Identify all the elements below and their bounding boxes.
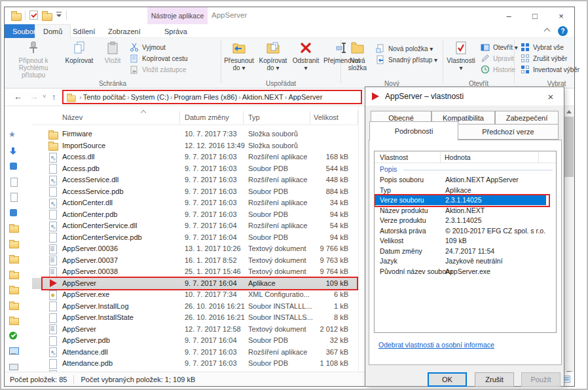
file-row[interactable]: AppServer.0003613. 1. 2017 10:26Textový … <box>32 243 357 255</box>
property-row[interactable]: Velikost109 kB <box>375 236 556 246</box>
copy-path-button[interactable]: Kopírovat cestu <box>129 53 187 64</box>
breadcrumb-item[interactable]: Aktion.NEXT <box>242 93 284 101</box>
doc-icon[interactable] <box>9 178 19 187</box>
copy-to-button[interactable]: Kopírovat do ▾ <box>257 40 289 71</box>
scroll-up-icon[interactable] <box>566 110 572 113</box>
file-row[interactable]: ActionCenter.dll9. 7. 2017 16:03Rozšířen… <box>32 197 357 209</box>
forward-icon[interactable]: → <box>29 92 38 102</box>
cut-button[interactable]: Vyjmout <box>129 42 187 52</box>
help-icon[interactable]: ? <box>558 26 568 36</box>
file-row[interactable]: AccessService.pdb9. 7. 2017 16:03Soubor … <box>32 186 357 198</box>
property-row[interactable]: Název produktuAktion.NEXT <box>375 206 556 216</box>
star-icon[interactable] <box>9 131 19 140</box>
maximize-button[interactable]: □ <box>522 7 548 24</box>
device-icon[interactable] <box>9 162 19 171</box>
delete-button[interactable]: Odstranit ▾ <box>291 40 321 71</box>
new-item-button[interactable]: Nová položka ▾ <box>375 43 437 54</box>
column-header-date[interactable]: Datum změny <box>185 113 229 121</box>
file-row[interactable]: AppServer9. 7. 2017 16:04Aplikace109 kB <box>32 278 357 290</box>
breadcrumb-item[interactable]: System (C:) <box>131 93 169 101</box>
select-all-button[interactable]: Vybrat vše <box>520 42 579 52</box>
back-icon[interactable]: ← <box>14 92 22 102</box>
file-row[interactable]: AppServer12. 7. 2017 12:58Textový dokume… <box>32 324 357 336</box>
apply-button[interactable]: Použít <box>521 372 560 387</box>
tab-share[interactable]: Sdílení <box>65 24 103 38</box>
property-row[interactable]: Verze souboru2.3.1.14025 <box>375 195 556 206</box>
breadcrumb-item[interactable]: Tento počítač <box>83 93 126 101</box>
paste-shortcut-button[interactable]: Vložit zástupce <box>129 64 187 75</box>
file-row[interactable]: ActionCenterService.pdb9. 7. 2017 16:04S… <box>32 232 357 244</box>
file-row[interactable]: Access.dll9. 7. 2017 16:03Rozšíření apli… <box>32 151 357 163</box>
column-header-name[interactable]: Název <box>62 113 83 121</box>
arrow-icon[interactable] <box>9 147 19 156</box>
column-value[interactable]: Hodnota <box>445 153 471 161</box>
file-row[interactable]: AppServer.0003825. 1. 2017 15:46Textový … <box>32 266 357 278</box>
tab-security[interactable]: Zabezpečení <box>495 111 559 125</box>
monitor-icon[interactable] <box>9 347 19 356</box>
column-property[interactable]: Vlastnost <box>380 153 408 161</box>
close-button[interactable]: × <box>548 7 574 24</box>
recent-locations-icon[interactable]: ˅ <box>43 93 46 100</box>
history-button[interactable]: Historie <box>480 64 518 75</box>
tab-details[interactable]: Podrobnosti <box>369 121 458 140</box>
column-header-type[interactable]: Typ <box>248 113 260 121</box>
properties-check-icon[interactable] <box>29 10 38 20</box>
folder-icon[interactable] <box>9 316 19 325</box>
property-row[interactable]: Autorská práva© 2010-2017 EFG CZ spol. s… <box>375 226 556 237</box>
doc-icon[interactable] <box>9 193 19 202</box>
file-row[interactable]: Attendance.pdb9. 7. 2017 16:03Soubor PDB… <box>32 358 357 370</box>
folder-icon[interactable] <box>42 11 52 20</box>
dialog-close-icon[interactable]: × <box>538 87 564 106</box>
tab-previous-versions[interactable]: Předchozí verze <box>458 124 559 140</box>
file-row[interactable]: AppServer.InstallState26. 10. 2016 16:21… <box>32 312 357 324</box>
edit-button[interactable]: Upravit <box>480 53 518 64</box>
file-row[interactable]: Access.pdb9. 7. 2017 16:03Soubor PDB544 … <box>32 163 357 175</box>
column-header-size[interactable]: Velikost <box>314 113 339 121</box>
folder-icon[interactable] <box>9 254 19 263</box>
minimize-button[interactable]: – <box>496 7 522 24</box>
paste-button[interactable]: Vložit <box>99 40 126 64</box>
file-row[interactable]: AppServer.0003716. 1. 2017 8:52Textový d… <box>32 255 357 267</box>
property-row[interactable]: JazykJazykově neutrální <box>375 256 556 267</box>
open-button[interactable]: Otevřít ▾ <box>480 42 518 52</box>
file-row[interactable]: ActionCenter.pdb9. 7. 2017 16:03Soubor P… <box>32 209 357 221</box>
ok-button[interactable]: OK <box>428 372 467 387</box>
new-folder-button[interactable]: Nová složka <box>342 40 373 71</box>
folder-icon[interactable] <box>9 285 19 294</box>
collapse-ribbon-icon[interactable] <box>544 27 551 33</box>
file-row[interactable]: AccessService.dll9. 7. 2017 16:03Rozšíře… <box>32 174 357 186</box>
remove-properties-link[interactable]: Odebrat vlastnosti a osobní informace <box>378 341 494 349</box>
breadcrumb-item[interactable]: AppServer <box>288 93 322 101</box>
tab-manage[interactable]: Správa <box>156 24 195 38</box>
invert-selection-button[interactable]: Invertovat výběr <box>520 64 579 75</box>
file-row[interactable]: ActionCenterService.dll9. 7. 2017 16:04R… <box>32 220 357 232</box>
file-row[interactable]: Firmware10. 7. 2017 7:33Složka souborů <box>32 128 357 140</box>
breadcrumb-item[interactable]: Program Files (x86) <box>174 93 238 101</box>
folder-icon[interactable] <box>11 11 21 20</box>
file-row[interactable]: AppServer.InstallLog26. 10. 2016 16:21So… <box>32 301 357 313</box>
property-row[interactable]: Datum změny24.7.2017 11:54 <box>375 246 556 257</box>
folder-icon[interactable] <box>9 239 19 248</box>
tab-view[interactable]: Zobrazení <box>100 24 149 38</box>
property-row[interactable]: Verze produktu2.3.1.14025 <box>375 216 556 226</box>
pin-quick-access-button[interactable]: Připnout k Rychlému přístupu <box>7 40 60 79</box>
file-row[interactable]: Attendance.dll9. 7. 2017 16:03Rozšíření … <box>32 347 357 359</box>
file-row[interactable]: AppServer.exe10. 7. 2017 7:34XML Configu… <box>32 289 357 301</box>
properties-button[interactable]: Vlastnosti ▾ <box>445 40 477 71</box>
file-row[interactable]: AppServer.pdb9. 7. 2017 16:04Soubor PDB3… <box>32 335 357 347</box>
device-icon[interactable] <box>9 208 19 218</box>
file-row[interactable]: ImportSource12. 12. 2016 13:49Složka sou… <box>32 140 357 152</box>
move-to-button[interactable]: Přesunout do ▾ <box>223 40 255 71</box>
cancel-button[interactable]: Zrušit <box>475 372 514 387</box>
breadcrumb[interactable]: ›Tento počítač›System (C:)›Program Files… <box>62 90 362 104</box>
up-icon[interactable]: ↑ <box>52 92 56 102</box>
property-row[interactable]: Popis souboruAktion.NEXT AppServer <box>375 175 556 185</box>
select-none-button[interactable]: Zrušit výběr <box>520 53 579 64</box>
copy-button[interactable]: Kopírovat <box>61 40 98 64</box>
qat-dropdown-icon[interactable] <box>56 12 62 18</box>
folder-icon[interactable] <box>9 301 19 310</box>
scrollbar-thumb[interactable] <box>564 117 574 177</box>
easy-access-button[interactable]: Snadný přístup ▾ <box>375 54 437 65</box>
property-row[interactable]: Původní název souboruAppServer.exe <box>375 267 556 277</box>
net-icon[interactable] <box>9 362 19 372</box>
